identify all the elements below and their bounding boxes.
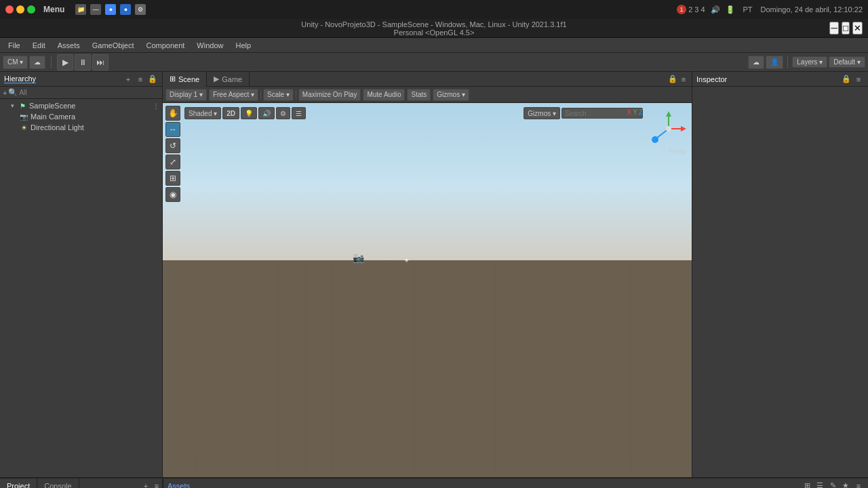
- assets-tool-4[interactable]: ★: [840, 481, 851, 489]
- menu-component[interactable]: Component: [140, 40, 190, 51]
- sv-vfx-btn[interactable]: ⚙: [276, 107, 290, 119]
- assets-tool-2[interactable]: ☰: [814, 481, 825, 489]
- default-arrow: ▾: [857, 58, 861, 66]
- light-label: Directional Light: [31, 123, 84, 131]
- os-dot-red[interactable]: [5, 5, 14, 14]
- layers-dropdown[interactable]: Layers ▾: [792, 56, 827, 68]
- hierarchy-add-btn[interactable]: +: [123, 74, 134, 85]
- services-btn[interactable]: 👤: [766, 56, 783, 69]
- default-dropdown[interactable]: Default ▾: [829, 56, 865, 68]
- hierarchy-lock-btn[interactable]: 🔒: [147, 74, 158, 85]
- tab-project[interactable]: Project: [0, 479, 37, 489]
- os-dot-green[interactable]: [27, 5, 35, 14]
- step-button[interactable]: ⏭: [92, 54, 108, 70]
- assets-tool-3[interactable]: ✎: [827, 481, 838, 489]
- viewport-more-btn[interactable]: ≡: [678, 74, 689, 85]
- inspector-more-btn[interactable]: ≡: [853, 74, 864, 85]
- os-app-terminal[interactable]: —: [90, 4, 101, 15]
- viewport-area: ⊞ Scene ▶ Game 🔒 ≡ Display 1 ▾ Free Aspe…: [163, 72, 692, 477]
- viewport-lock-btn[interactable]: 🔒: [667, 74, 678, 85]
- tool-rect[interactable]: ⊞: [165, 171, 180, 186]
- hierarchy-tab[interactable]: Hierarchy: [4, 75, 36, 83]
- os-app-files[interactable]: 📁: [75, 4, 86, 15]
- svg-point-6: [666, 126, 671, 131]
- tab-console[interactable]: Console: [37, 479, 79, 489]
- vp-sep-1: [260, 90, 261, 100]
- inspector-lock-btn[interactable]: 🔒: [841, 74, 852, 85]
- os-app-chrome[interactable]: ●: [105, 4, 116, 15]
- scene-sky: [163, 103, 692, 271]
- scene-menu[interactable]: ⋮: [153, 102, 159, 110]
- inspector-header: Inspector 🔒 ≡: [692, 72, 868, 87]
- sv-shading-btn[interactable]: Shaded ▾: [184, 107, 221, 119]
- os-right-area: 1 2 3 4 🔊 🔋 PT Domingo, 24 de abril, 12:…: [677, 4, 863, 15]
- hierarchy-scene-item[interactable]: ▾ ⚑ SampleScene ⋮: [0, 100, 162, 111]
- toolbar-sep-2: [787, 56, 788, 68]
- scene-top-toolbar: Shaded ▾ 2D 💡 🔊 ⚙ ☰ Gizmos ▾: [184, 106, 643, 121]
- main-content: Hierarchy + ≡ 🔒 + 🔍 All ▾ ⚑ SampleScene …: [0, 72, 868, 477]
- hierarchy-add-icon[interactable]: +: [3, 89, 7, 97]
- vp-gizmos-btn[interactable]: Gizmos ▾: [433, 89, 469, 101]
- menu-file[interactable]: File: [3, 40, 26, 51]
- collab-btn[interactable]: ☁: [748, 56, 764, 69]
- svg-marker-1: [666, 111, 671, 117]
- os-app-settings[interactable]: ⚙: [135, 4, 146, 15]
- close-button[interactable]: ✕: [852, 22, 863, 35]
- assets-tool-1[interactable]: ⊞: [802, 481, 812, 489]
- tool-scale[interactable]: ⤢: [165, 155, 180, 169]
- tab-game[interactable]: ▶ Game: [207, 72, 250, 87]
- os-dot-yellow[interactable]: [16, 5, 24, 14]
- cloud-button[interactable]: ☁: [29, 56, 45, 69]
- main-toolbar: CM ▾ ☁ ▶ ⏸ ⏭ ☁ 👤 Layers ▾ Default ▾: [0, 53, 868, 72]
- sv-hidden-btn[interactable]: ☰: [292, 107, 306, 119]
- sv-lighting-btn[interactable]: 💡: [241, 107, 257, 119]
- hierarchy-tools: + ≡ 🔒: [123, 74, 158, 85]
- cm-dropdown[interactable]: CM ▾: [3, 56, 28, 69]
- pause-button[interactable]: ⏸: [75, 54, 91, 70]
- menu-assets[interactable]: Assets: [52, 40, 85, 51]
- vp-aspect-btn[interactable]: Free Aspect ▾: [209, 89, 258, 101]
- hierarchy-camera-item[interactable]: 📷 Main Camera: [0, 111, 162, 122]
- hierarchy-light-item[interactable]: ☀ Directional Light: [0, 122, 162, 133]
- scene-light-object[interactable]: ✦: [403, 256, 410, 265]
- menu-window[interactable]: Window: [191, 40, 229, 51]
- transform-tools: CM ▾ ☁: [3, 56, 45, 69]
- x-axis-label: X: [627, 108, 632, 116]
- badge-4: 4: [701, 5, 705, 14]
- svg-marker-3: [681, 126, 686, 131]
- project-more-btn[interactable]: ≡: [151, 481, 162, 489]
- vp-mute-btn[interactable]: Mute Audio: [363, 89, 405, 101]
- tool-transform[interactable]: ◉: [165, 187, 180, 202]
- persp-label[interactable]: < Persp: [663, 148, 686, 155]
- menu-gameobject[interactable]: GameObject: [87, 40, 140, 51]
- sv-gizmos-btn[interactable]: Gizmos ▾: [524, 107, 560, 119]
- maximize-button[interactable]: □: [842, 22, 850, 35]
- os-app-chromium[interactable]: ●: [120, 4, 131, 15]
- assets-more-btn[interactable]: ≡: [853, 481, 864, 489]
- hierarchy-content: ▾ ⚑ SampleScene ⋮ 📷 Main Camera ☀ Direct…: [0, 99, 162, 477]
- play-button[interactable]: ▶: [57, 54, 73, 70]
- vp-display-btn[interactable]: Display 1 ▾: [165, 89, 207, 101]
- project-add-btn[interactable]: +: [140, 481, 151, 489]
- sv-audio-btn[interactable]: 🔊: [258, 107, 275, 119]
- minimize-button[interactable]: ─: [829, 22, 838, 35]
- hierarchy-menu-btn[interactable]: ≡: [135, 74, 146, 85]
- default-label: Default: [833, 58, 855, 66]
- toolbar-sep-1: [51, 56, 52, 68]
- tool-rotate[interactable]: ↺: [165, 138, 180, 153]
- sv-2d-btn[interactable]: 2D: [222, 107, 239, 119]
- inspector-tab[interactable]: Inspector: [696, 75, 727, 83]
- menu-label[interactable]: Menu: [43, 5, 64, 14]
- vp-maximize-btn[interactable]: Maximize On Play: [298, 89, 361, 101]
- menu-help[interactable]: Help: [230, 40, 256, 51]
- menu-edit[interactable]: Edit: [27, 40, 51, 51]
- hierarchy-search-icon: 🔍: [8, 88, 18, 97]
- layers-arrow: ▾: [819, 58, 823, 66]
- tool-move[interactable]: ↔: [165, 122, 180, 137]
- tool-hand[interactable]: ✋: [165, 106, 180, 121]
- scene-camera-object[interactable]: 📷: [353, 252, 364, 263]
- vp-stats-btn[interactable]: Stats: [407, 89, 431, 101]
- tab-scene[interactable]: ⊞ Scene: [163, 72, 207, 87]
- vp-scale-btn[interactable]: Scale ▾: [263, 89, 294, 101]
- unity-titlebar: Unity - NovoProjeto3D - SampleScene - Wi…: [0, 19, 868, 38]
